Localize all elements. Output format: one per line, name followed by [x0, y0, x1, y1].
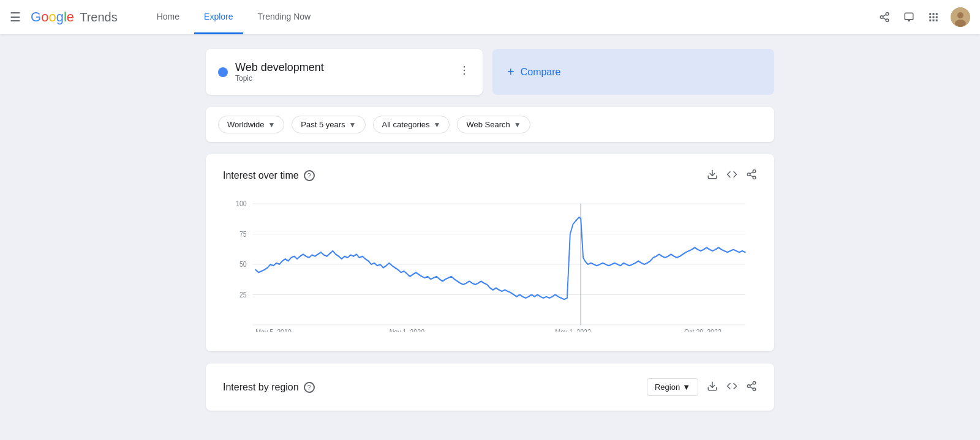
- chart-title: Interest over time: [223, 170, 299, 181]
- region-select-label: Region: [655, 382, 680, 392]
- svg-rect-6: [929, 13, 931, 15]
- apps-icon[interactable]: [926, 10, 941, 24]
- filter-row: Worldwide ▼ Past 5 years ▼ All categorie…: [206, 107, 774, 142]
- nav-item-home[interactable]: Home: [147, 0, 189, 34]
- feedback-icon[interactable]: [902, 10, 916, 24]
- filter-time-arrow: ▼: [349, 121, 356, 129]
- svg-rect-11: [936, 17, 938, 18]
- svg-point-18: [464, 66, 466, 68]
- chart-area: 100 75 50 25 May 5, 2019 Nov 1, 2020 May…: [223, 197, 757, 332]
- filter-search-type-label: Web Search: [466, 120, 510, 129]
- chart-share-icon[interactable]: [746, 169, 757, 182]
- svg-line-26: [750, 172, 753, 174]
- svg-rect-5: [905, 13, 913, 20]
- svg-text:Nov 1, 2020: Nov 1, 2020: [390, 329, 424, 332]
- region-embed-icon[interactable]: [726, 381, 737, 394]
- topic-dot: [218, 67, 228, 77]
- page-content: Web development Topic + Compare Worldwid…: [196, 34, 784, 425]
- filter-category-arrow: ▼: [434, 121, 441, 129]
- interest-by-region-card: Interest by region ? Region ▼: [206, 364, 774, 411]
- filter-time-label: Past 5 years: [301, 120, 345, 129]
- topic-card: Web development Topic: [206, 49, 483, 95]
- chart-title-row: Interest over time ?: [223, 170, 315, 181]
- svg-point-17: [955, 20, 966, 27]
- svg-line-46: [750, 383, 753, 385]
- svg-rect-12: [929, 20, 931, 21]
- topic-info: Web development Topic: [235, 61, 451, 83]
- compare-label: Compare: [521, 67, 561, 78]
- region-download-icon[interactable]: [707, 381, 718, 394]
- compare-card[interactable]: + Compare: [492, 49, 774, 95]
- chart-header: Interest over time ?: [223, 169, 757, 182]
- region-select[interactable]: Region ▼: [647, 378, 698, 396]
- region-header: Interest by region ? Region ▼: [223, 378, 757, 396]
- topic-menu-icon[interactable]: [458, 64, 470, 80]
- chart-info-icon[interactable]: ?: [304, 170, 315, 181]
- filter-category[interactable]: All categories ▼: [373, 116, 450, 133]
- header-right: [877, 7, 970, 27]
- chart-embed-icon[interactable]: [726, 169, 737, 182]
- chart-download-icon[interactable]: [707, 169, 718, 182]
- menu-icon[interactable]: ☰: [10, 10, 21, 24]
- filter-region[interactable]: Worldwide ▼: [218, 116, 284, 133]
- filter-region-arrow: ▼: [268, 121, 275, 129]
- svg-rect-7: [933, 13, 935, 15]
- logo[interactable]: Google Trends: [31, 9, 118, 25]
- filter-region-label: Worldwide: [227, 120, 264, 129]
- svg-line-45: [750, 387, 753, 389]
- svg-rect-8: [936, 13, 938, 15]
- svg-text:Oct 29, 2023: Oct 29, 2023: [684, 329, 722, 332]
- filter-search-type[interactable]: Web Search ▼: [457, 116, 530, 133]
- filter-search-type-arrow: ▼: [514, 121, 521, 129]
- logo-google: Google: [31, 9, 74, 25]
- logo-trends-text: Trends: [77, 10, 118, 24]
- nav-item-trending[interactable]: Trending Now: [248, 0, 321, 34]
- region-info-icon[interactable]: ?: [304, 382, 315, 393]
- region-title: Interest by region: [223, 382, 299, 393]
- header: ☰ Google Trends Home Explore Trending No…: [0, 0, 980, 34]
- svg-line-25: [750, 175, 753, 177]
- topic-type: Topic: [235, 74, 451, 83]
- svg-point-16: [957, 12, 963, 18]
- compare-plus-icon: +: [507, 65, 514, 79]
- region-title-row: Interest by region ?: [223, 382, 315, 393]
- svg-point-19: [464, 70, 466, 72]
- svg-rect-10: [933, 17, 935, 18]
- chart-actions: [707, 169, 757, 182]
- region-select-arrow: ▼: [682, 382, 690, 392]
- svg-line-3: [883, 18, 886, 20]
- svg-text:May 1, 2022: May 1, 2022: [555, 329, 591, 332]
- svg-rect-14: [936, 20, 938, 21]
- interest-over-time-card: Interest over time ?: [206, 154, 774, 351]
- share-icon[interactable]: [877, 10, 892, 24]
- svg-point-20: [464, 73, 466, 75]
- trend-chart-svg: 100 75 50 25 May 5, 2019 Nov 1, 2020 May…: [223, 197, 757, 332]
- filter-category-label: All categories: [382, 120, 430, 129]
- topic-row: Web development Topic + Compare: [206, 49, 774, 95]
- header-left: ☰ Google Trends Home Explore Trending No…: [10, 0, 320, 34]
- avatar[interactable]: [951, 7, 970, 27]
- region-actions: Region ▼: [647, 378, 757, 396]
- svg-text:100: 100: [236, 200, 247, 208]
- topic-name: Web development: [235, 61, 451, 74]
- svg-text:75: 75: [239, 230, 247, 238]
- svg-rect-9: [929, 17, 931, 18]
- nav-item-explore[interactable]: Explore: [194, 0, 243, 34]
- svg-text:50: 50: [239, 261, 247, 269]
- region-share-icon[interactable]: [746, 381, 757, 394]
- filter-time[interactable]: Past 5 years ▼: [292, 116, 365, 133]
- svg-text:25: 25: [239, 291, 247, 299]
- svg-text:May 5, 2019: May 5, 2019: [255, 329, 292, 332]
- main-nav: Home Explore Trending Now: [147, 0, 320, 34]
- svg-rect-13: [933, 20, 935, 21]
- svg-line-4: [883, 15, 886, 17]
